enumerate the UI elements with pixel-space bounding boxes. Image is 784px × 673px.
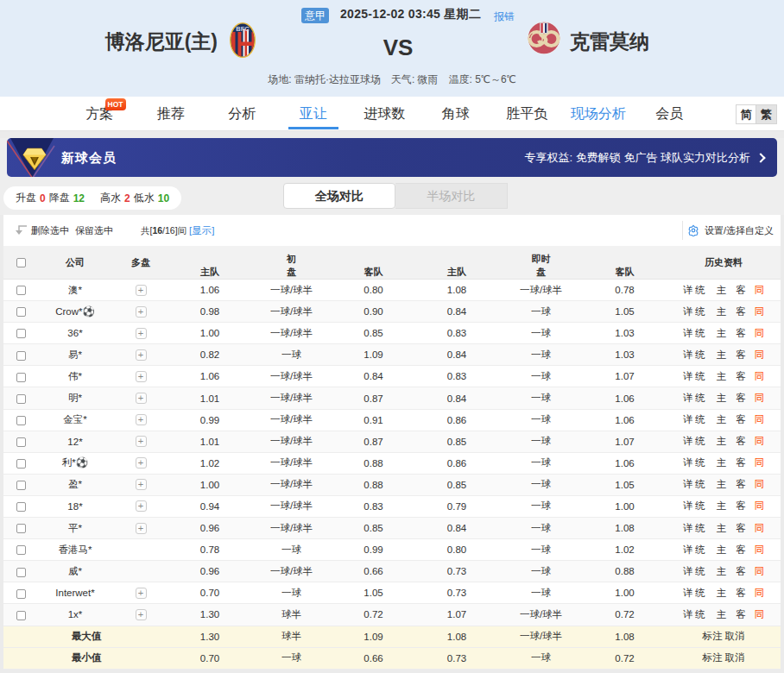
svg-text:BFC: BFC [236,25,250,33]
